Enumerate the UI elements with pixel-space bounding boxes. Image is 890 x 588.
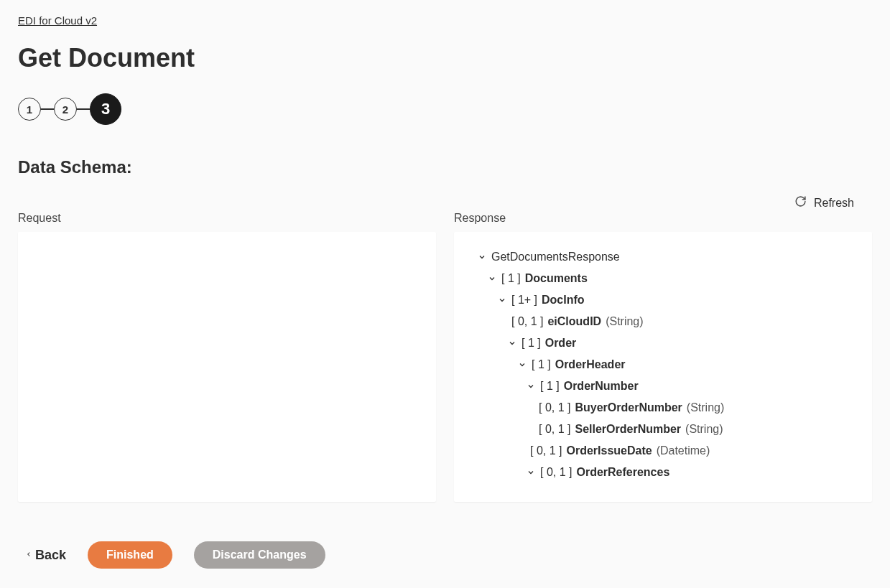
node-cardinality: [ 1 ] (540, 380, 560, 393)
refresh-label: Refresh (814, 197, 854, 210)
chevron-down-icon (497, 296, 507, 304)
node-name: SellerOrderNumber (575, 423, 681, 436)
breadcrumb[interactable]: EDI for Cloud v2 (18, 14, 97, 27)
node-cardinality: [ 1 ] (532, 358, 551, 371)
node-cardinality: [ 0, 1 ] (511, 315, 543, 328)
response-panel: GetDocumentsResponse [ 1 ] Documents (454, 232, 872, 502)
back-button[interactable]: Back (25, 548, 66, 563)
chevron-down-icon (526, 382, 536, 391)
tree-node-ordernumber[interactable]: [ 1 ] OrderNumber (454, 375, 872, 397)
node-name: OrderIssueDate (566, 444, 652, 457)
node-cardinality: [ 1 ] (501, 272, 521, 285)
node-name: BuyerOrderNumber (575, 401, 682, 414)
chevron-down-icon (507, 339, 517, 347)
chevron-down-icon (477, 253, 487, 261)
node-name: OrderHeader (555, 358, 626, 371)
node-name: GetDocumentsResponse (491, 251, 620, 263)
stepper: 1 2 3 (18, 93, 872, 125)
node-cardinality: [ 0, 1 ] (540, 466, 572, 479)
chevron-left-icon (25, 548, 32, 563)
refresh-button[interactable]: Refresh (794, 195, 854, 210)
node-cardinality: [ 0, 1 ] (539, 423, 570, 436)
back-label: Back (35, 548, 66, 563)
node-type: (String) (606, 315, 643, 328)
tree-leaf-eicloudid[interactable]: [ 0, 1 ] eiCloudID (String) (454, 311, 872, 332)
node-name: Order (545, 337, 577, 350)
node-cardinality: [ 1 ] (522, 337, 541, 350)
tree-leaf-sellerorder[interactable]: [ 0, 1 ] SellerOrderNumber (String) (454, 419, 872, 440)
node-name: eiCloudID (547, 315, 601, 328)
node-name: OrderReferences (576, 466, 669, 479)
node-cardinality: [ 0, 1 ] (530, 444, 562, 457)
page-title: Get Document (18, 43, 872, 73)
tree-node-docinfo[interactable]: [ 1+ ] DocInfo (454, 289, 872, 311)
chevron-down-icon (487, 274, 497, 283)
step-3[interactable]: 3 (90, 93, 121, 125)
node-name: Documents (525, 272, 588, 285)
refresh-icon (794, 195, 807, 210)
node-cardinality: [ 1+ ] (511, 294, 537, 307)
step-connector (77, 108, 90, 110)
step-2[interactable]: 2 (54, 98, 77, 121)
request-label: Request (18, 212, 436, 225)
node-name: DocInfo (542, 294, 585, 307)
chevron-down-icon (526, 468, 536, 477)
finished-button[interactable]: Finished (88, 541, 172, 569)
step-1[interactable]: 1 (18, 98, 41, 121)
response-label: Response (454, 212, 872, 225)
tree-node-root[interactable]: GetDocumentsResponse (454, 246, 872, 268)
node-type: (String) (687, 401, 724, 414)
node-type: (String) (685, 423, 723, 436)
discard-button[interactable]: Discard Changes (194, 541, 325, 569)
tree-leaf-orderissuedate[interactable]: [ 0, 1 ] OrderIssueDate (Datetime) (454, 440, 872, 462)
tree-node-orderreferences[interactable]: [ 0, 1 ] OrderReferences (454, 462, 872, 483)
chevron-down-icon (517, 360, 527, 369)
step-connector (41, 108, 54, 110)
node-type: (Datetime) (657, 444, 710, 457)
tree-node-order[interactable]: [ 1 ] Order (454, 332, 872, 354)
tree-leaf-buyerorder[interactable]: [ 0, 1 ] BuyerOrderNumber (String) (454, 397, 872, 419)
tree-node-orderheader[interactable]: [ 1 ] OrderHeader (454, 354, 872, 375)
request-panel (18, 232, 436, 502)
node-name: OrderNumber (564, 380, 639, 393)
section-title: Data Schema: (18, 157, 872, 177)
node-cardinality: [ 0, 1 ] (539, 401, 570, 414)
tree-node-documents[interactable]: [ 1 ] Documents (454, 268, 872, 289)
